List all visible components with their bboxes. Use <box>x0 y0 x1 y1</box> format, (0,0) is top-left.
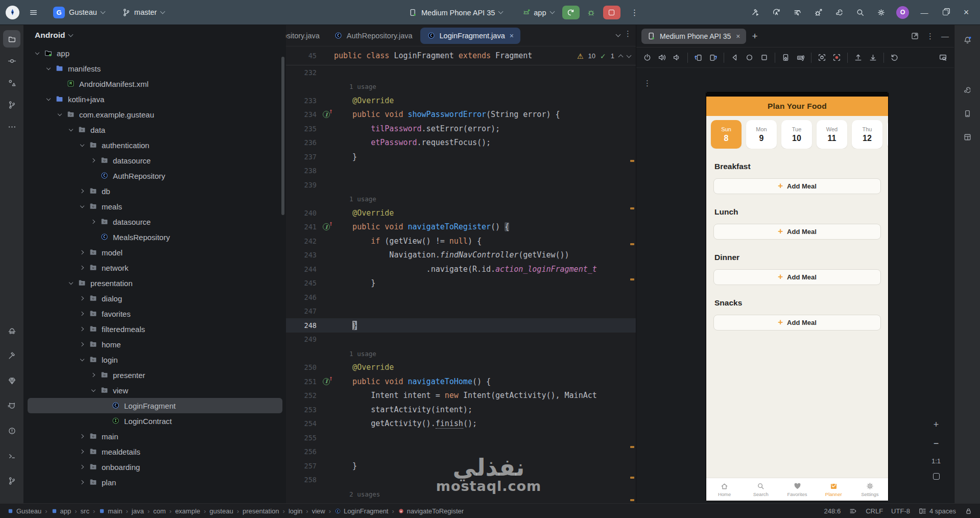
chevron-down-icon[interactable] <box>77 139 88 151</box>
hide-panel-icon[interactable]: — <box>941 32 949 40</box>
chevron-right-icon[interactable] <box>88 369 99 381</box>
tree-item-plan[interactable]: plan <box>28 475 282 490</box>
device-settings-button[interactable] <box>779 51 793 64</box>
pull-file-button[interactable] <box>866 51 880 64</box>
volume-up-button[interactable] <box>655 51 669 64</box>
breadcrumb-item-app[interactable]: app <box>51 507 71 515</box>
tree-item-authrepository[interactable]: CAuthRepository <box>28 168 282 183</box>
tree-item-kotlin+java[interactable]: kotlin+java <box>28 91 282 107</box>
structure-tool-icon[interactable] <box>3 74 20 91</box>
push-file-button[interactable] <box>851 51 865 64</box>
running-devices-icon[interactable] <box>959 128 976 146</box>
gradle-tool-icon[interactable] <box>959 81 976 99</box>
zoom-in-button[interactable]: + <box>934 419 939 430</box>
day-chip-fri[interactable]: Fri13 <box>887 120 888 149</box>
tree-item-login[interactable]: login <box>28 352 282 367</box>
debug-button[interactable] <box>583 6 600 19</box>
chevron-down-icon[interactable] <box>54 109 65 120</box>
editor-tab-repository-java[interactable]: Repository.java <box>286 28 326 44</box>
display-settings-button[interactable] <box>936 51 950 64</box>
chevron-right-icon[interactable] <box>88 155 99 166</box>
warning-stripe-mark[interactable] <box>630 499 634 501</box>
build-analyzer-icon[interactable] <box>788 5 806 20</box>
project-selector[interactable]: G Gusteau <box>53 7 105 18</box>
warnings-icon[interactable]: ⚠ <box>577 52 584 60</box>
version-control-tool-icon[interactable] <box>3 472 20 489</box>
power-button[interactable] <box>640 51 654 64</box>
warning-stripe-mark[interactable] <box>630 477 634 479</box>
usage-count-hint[interactable]: 1 usage <box>334 195 376 203</box>
add-meal-button-snacks[interactable]: +Add Meal <box>713 315 881 331</box>
more-run-actions-icon[interactable]: ⋮ <box>626 5 643 20</box>
usage-count-hint[interactable]: 1 usage <box>334 350 376 358</box>
usage-count-hint[interactable]: 2 usages <box>334 490 380 498</box>
add-meal-button-breakfast[interactable]: +Add Meal <box>713 178 881 194</box>
add-device-tab-button[interactable]: + <box>752 31 758 42</box>
tree-item-manifests[interactable]: manifests <box>28 61 282 76</box>
nav-item-settings[interactable]: Settings <box>852 478 888 501</box>
zoom-reset-button[interactable]: 1:1 <box>931 457 941 465</box>
day-chip-wed[interactable]: Wed11 <box>817 120 847 149</box>
screenshot-button[interactable] <box>815 51 829 64</box>
tree-item-model[interactable]: model <box>28 245 282 260</box>
nav-item-home[interactable]: Home <box>706 478 743 501</box>
day-chip-mon[interactable]: Mon9 <box>746 120 777 149</box>
tree-item-loginfragment[interactable]: CLoginFragment <box>28 398 282 413</box>
run-configuration-selector[interactable]: app <box>522 8 554 17</box>
profiler-tool-icon[interactable] <box>3 322 20 339</box>
chevron-right-icon[interactable] <box>77 308 88 319</box>
tree-item-onboarding[interactable]: onboarding <box>28 459 282 475</box>
chevron-right-icon[interactable] <box>77 431 88 442</box>
inspections-ok-icon[interactable]: ✓ <box>600 52 606 60</box>
pull-requests-tool-icon[interactable] <box>3 96 20 113</box>
editor-tab-loginfragment-java[interactable]: CLoginFragment.java× <box>420 28 520 44</box>
project-view-selector[interactable]: Android <box>24 25 286 45</box>
virtual-input-button[interactable] <box>794 51 807 64</box>
tree-item-mealdetails[interactable]: mealdetails <box>28 444 282 459</box>
project-scrollbar[interactable] <box>281 57 284 215</box>
tree-item-main[interactable]: main <box>28 429 282 444</box>
hidden-tabs-icon[interactable] <box>616 29 620 38</box>
chevron-down-icon[interactable] <box>32 48 43 59</box>
build-tool-icon[interactable] <box>3 347 20 364</box>
notifications-icon[interactable] <box>959 31 976 49</box>
tree-item-app[interactable]: app <box>28 45 282 61</box>
open-in-window-icon[interactable] <box>911 32 919 40</box>
breadcrumb-item-login[interactable]: login <box>289 507 302 515</box>
home-button[interactable] <box>743 51 756 64</box>
more-tool-windows-icon[interactable] <box>3 118 20 135</box>
chevron-down-icon[interactable] <box>77 354 88 365</box>
rotate-left-button[interactable] <box>691 51 705 64</box>
device-manager-icon[interactable] <box>959 105 976 122</box>
breadcrumb-item-gusteau[interactable]: gusteau <box>209 507 233 515</box>
warning-stripe-mark[interactable] <box>630 207 634 209</box>
chevron-down-icon[interactable] <box>43 93 54 105</box>
nav-item-favorites[interactable]: Favorites <box>779 478 815 501</box>
emulator-tab[interactable]: Medium Phone API 35 × <box>641 29 746 44</box>
window-minimize-button[interactable]: — <box>916 5 933 20</box>
editor-tab-authrepository-java[interactable]: CAuthRepository.java <box>327 28 419 44</box>
overrides-method-icon[interactable]: I↑ <box>323 378 330 385</box>
close-icon[interactable]: × <box>510 32 514 40</box>
chevron-down-icon[interactable] <box>65 124 77 135</box>
chevron-down-icon[interactable] <box>77 201 88 212</box>
breadcrumb-item-navigatetoregister[interactable]: mnavigateToRegister <box>398 507 464 515</box>
zoom-fit-button[interactable] <box>933 473 940 480</box>
chevron-right-icon[interactable] <box>77 461 88 473</box>
toolbar-overflow-icon[interactable]: ⋮ <box>643 79 651 88</box>
indent-style[interactable]: 4 spaces <box>918 507 956 515</box>
logcat-tool-icon[interactable] <box>3 397 20 414</box>
user-avatar[interactable]: O <box>896 6 909 19</box>
vcs-branch-selector[interactable]: master <box>122 8 164 17</box>
warning-stripe-mark[interactable] <box>630 243 634 245</box>
screen-record-button[interactable] <box>830 51 844 64</box>
chevron-right-icon[interactable] <box>77 247 88 258</box>
rerun-button[interactable] <box>562 6 580 19</box>
breadcrumb-item-gusteau[interactable]: Gusteau <box>7 507 41 515</box>
window-close-button[interactable]: × <box>958 5 975 20</box>
overrides-method-icon[interactable]: I↑ <box>323 111 330 118</box>
next-highlight-icon[interactable] <box>627 53 632 58</box>
editor-options-icon[interactable]: ⋮ <box>624 29 632 38</box>
prev-highlight-icon[interactable] <box>618 55 624 60</box>
sync-code-icon[interactable] <box>768 5 785 20</box>
